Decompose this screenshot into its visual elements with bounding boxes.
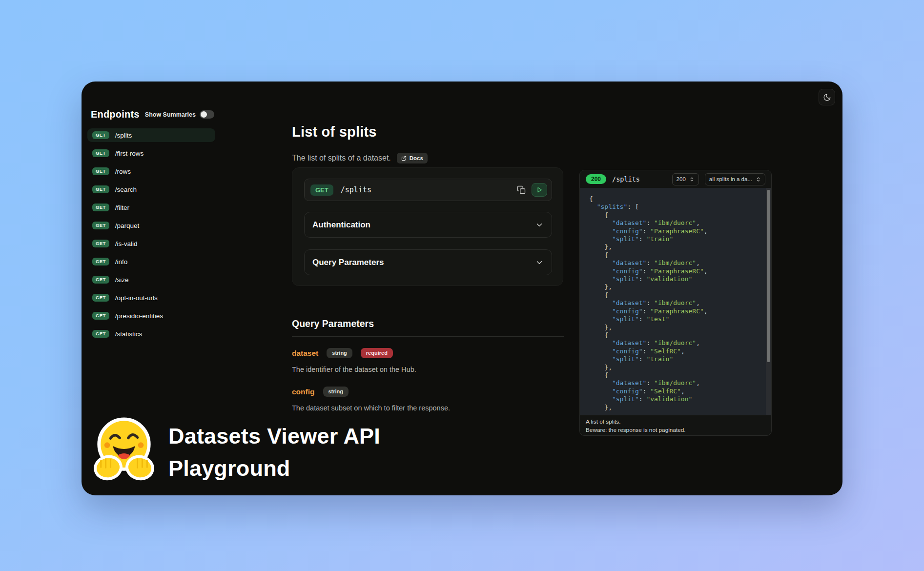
response-panel: 200 /splits 200 all splits in a da... [579,170,772,436]
method-badge: GET [92,204,109,211]
endpoint-path: /filter [115,204,129,211]
brand-title: Datasets Viewer API Playground [168,420,380,485]
response-header: 200 /splits 200 all splits in a da... [580,170,771,188]
response-footer: A list of splits. Beware: the response i… [580,415,771,435]
docs-button[interactable]: Docs [397,153,428,163]
endpoint-path: /presidio-entities [115,312,163,320]
status-code-select[interactable]: 200 [672,173,699,185]
copy-button[interactable] [514,183,528,197]
app-card: Endpoints Show Summaries GET /splits GET… [82,82,842,495]
subtitle-row: The list of splits of a dataset. Docs [292,151,428,165]
query-params-list: dataset string required The identifier o… [292,348,564,412]
sidebar-title: Endpoints [91,109,140,120]
page-title: List of splits [292,125,564,139]
theme-toggle-button[interactable] [819,89,835,105]
sidebar-endpoint-item[interactable]: GET /first-rows [87,146,215,160]
request-method-badge: GET [310,184,333,196]
method-badge: GET [92,276,109,284]
show-summaries-control: Show Summaries [145,110,214,119]
param-type-badge: string [327,348,352,358]
request-bar: GET /splits [304,179,552,201]
sidebar: Endpoints Show Summaries GET /splits GET… [87,109,215,345]
status-code-select-value: 200 [677,176,686,182]
main-content: List of splits The list of splits of a d… [292,125,564,139]
page-subtitle: The list of splits of a dataset. [292,154,391,163]
method-badge: GET [92,258,109,265]
toggle-knob [201,111,207,118]
sidebar-endpoint-item[interactable]: GET /rows [87,164,215,178]
method-badge: GET [92,312,109,320]
param-type-badge: string [323,387,349,397]
example-select-value: all splits in a da... [709,176,752,182]
sidebar-endpoint-item[interactable]: GET /presidio-entities [87,309,215,323]
show-summaries-toggle[interactable] [200,110,214,119]
response-footer-line: A list of splits. [586,418,765,426]
request-path: /splits [341,185,514,194]
sidebar-header: Endpoints Show Summaries [87,109,215,120]
param-description: The identifier of the dataset on the Hub… [292,366,564,373]
sidebar-endpoint-item[interactable]: GET /is-valid [87,237,215,250]
external-link-icon [401,156,407,161]
sidebar-endpoint-item[interactable]: GET /size [87,273,215,286]
query-parameters-collapsible-label: Query Parameters [312,258,384,267]
scrollbar-track [766,188,771,415]
authentication-collapsible[interactable]: Authentication [304,212,552,238]
endpoint-path: /is-valid [115,240,138,247]
param-name: dataset [292,349,318,358]
method-badge: GET [92,167,109,175]
status-badge: 200 [586,174,606,184]
chevron-down-icon [535,221,544,229]
method-badge: GET [92,149,109,157]
hugging-face-logo [93,416,155,481]
response-path: /splits [612,175,666,183]
copy-icon [517,185,526,194]
endpoint-path: /search [115,186,137,193]
param-name: config [292,387,315,396]
method-badge: GET [92,222,109,229]
query-parameters-section: Query Parameters dataset string required… [292,318,564,425]
query-parameters-collapsible[interactable]: Query Parameters [304,249,552,275]
run-request-button[interactable] [532,183,547,197]
sidebar-endpoint-item[interactable]: GET /search [87,183,215,196]
brand-title-line1: Datasets Viewer API [168,420,380,452]
moon-icon [823,93,831,102]
sidebar-endpoint-item[interactable]: GET /parquet [87,219,215,232]
method-badge: GET [92,330,109,338]
endpoint-path: /statistics [115,330,143,338]
query-param: config string The dataset subset on whic… [292,387,564,412]
query-param-head: config string [292,387,564,397]
endpoint-path: /parquet [115,222,140,229]
example-select[interactable]: all splits in a da... [705,173,765,185]
endpoint-list: GET /splits GET /first-rows GET /rows GE… [87,128,215,341]
sidebar-endpoint-item[interactable]: GET /splits [87,128,215,142]
chevrons-up-down-icon [756,177,761,182]
scrollbar-thumb[interactable] [767,190,770,362]
play-icon [536,186,543,193]
sidebar-endpoint-item[interactable]: GET /opt-in-out-urls [87,291,215,305]
response-json: { "splits": [ { "dataset": "ibm/duorc", … [580,188,771,415]
chevron-down-icon [535,258,544,267]
authentication-label: Authentication [312,220,370,230]
param-description: The dataset subset on which to filter th… [292,404,564,412]
sidebar-endpoint-item[interactable]: GET /filter [87,201,215,214]
param-required-badge: required [361,348,393,358]
request-card: GET /splits [292,167,563,286]
endpoint-path: /first-rows [115,150,144,157]
chevrons-up-down-icon [689,177,695,182]
method-badge: GET [92,240,109,247]
endpoint-path: /info [115,258,128,265]
query-parameters-title: Query Parameters [292,318,564,329]
query-param-head: dataset string required [292,348,564,358]
show-summaries-label: Show Summaries [145,111,196,118]
endpoint-path: /rows [115,168,131,175]
sidebar-endpoint-item[interactable]: GET /statistics [87,327,215,341]
endpoint-path: /size [115,276,129,284]
endpoint-path: /opt-in-out-urls [115,294,158,302]
method-badge: GET [92,185,109,193]
query-param: dataset string required The identifier o… [292,348,564,373]
brand-title-line2: Playground [168,452,380,485]
endpoint-path: /splits [115,132,132,139]
method-badge: GET [92,131,109,139]
sidebar-endpoint-item[interactable]: GET /info [87,255,215,268]
branding: Datasets Viewer API Playground [93,416,380,485]
